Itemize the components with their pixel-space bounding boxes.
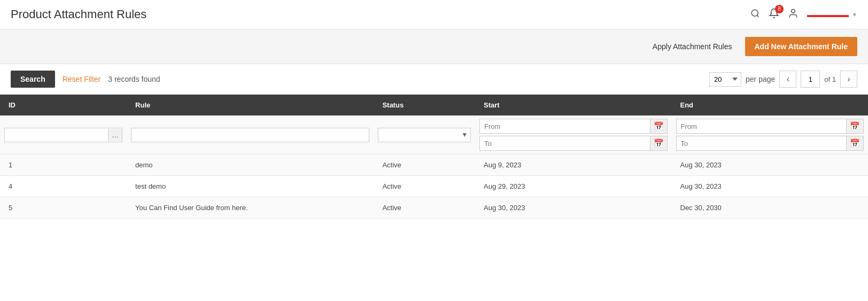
col-header-status: Status [374, 95, 475, 115]
cell-end: Dec 30, 2030 [672, 197, 869, 219]
cell-start: Aug 9, 2023 [475, 155, 671, 176]
records-found-label: 3 records found [108, 75, 160, 83]
cell-end: Aug 30, 2023 [672, 155, 869, 176]
chevron-down-icon: ▼ [852, 12, 857, 18]
filter-cell-id: … [0, 115, 127, 155]
end-from-calendar-icon[interactable]: 📅 [846, 119, 863, 133]
cell-status: Active [374, 176, 475, 197]
table-row[interactable]: 5 You Can Find User Guide from here. Act… [0, 197, 868, 219]
start-from-input[interactable] [480, 120, 649, 133]
user-name-label: ▬▬▬▬▬▬ [807, 11, 849, 19]
id-filter-ellipsis-icon[interactable]: … [108, 129, 122, 141]
table-header-row: ID Rule Status Start End [0, 95, 868, 115]
cell-start: Aug 30, 2023 [475, 197, 671, 219]
filter-cell-start: 📅 📅 [475, 115, 671, 155]
cell-status: Active [374, 155, 475, 176]
table-row[interactable]: 4 test demo Active Aug 29, 2023 Aug 30, … [0, 176, 868, 197]
filter-cell-end: 📅 📅 [672, 115, 869, 155]
notification-badge: 8 [775, 5, 784, 13]
per-page-select[interactable]: 20 50 100 [709, 72, 741, 87]
per-page-label: per page [746, 75, 775, 83]
cell-rule: demo [127, 155, 374, 176]
cell-id: 1 [0, 155, 127, 176]
user-icon-btn[interactable] [788, 8, 799, 21]
filter-cell-status: Active Inactive ▼ [374, 115, 475, 155]
filter-right: 20 50 100 per page ‹ of 1 › [709, 71, 857, 88]
page-number-input[interactable] [801, 71, 820, 88]
start-from-wrap: 📅 [479, 119, 667, 134]
user-icon [788, 8, 799, 19]
cell-start: Aug 29, 2023 [475, 176, 671, 197]
rule-filter-input[interactable] [131, 128, 369, 142]
start-to-calendar-icon[interactable]: 📅 [650, 136, 667, 150]
prev-page-button[interactable]: ‹ [779, 71, 796, 88]
end-from-input[interactable] [677, 120, 847, 133]
cell-rule: You Can Find User Guide from here. [127, 197, 374, 219]
filter-bar: Search Reset Filter 3 records found 20 5… [0, 64, 868, 95]
id-filter-input[interactable] [5, 128, 108, 142]
col-header-start: Start [475, 95, 671, 115]
col-header-end: End [672, 95, 869, 115]
id-filter-wrap: … [4, 128, 122, 142]
start-from-calendar-icon[interactable]: 📅 [650, 119, 667, 133]
end-to-input[interactable] [677, 137, 847, 150]
svg-point-2 [792, 9, 795, 13]
reset-filter-button[interactable]: Reset Filter [63, 75, 101, 83]
next-page-button[interactable]: › [840, 71, 857, 88]
svg-line-1 [757, 15, 759, 17]
status-filter-wrapper: Active Inactive ▼ [378, 128, 471, 142]
data-table-wrap: ID Rule Status Start End … [0, 95, 868, 219]
cell-id: 4 [0, 176, 127, 197]
page-of-label: of 1 [824, 75, 836, 83]
filter-left: Search Reset Filter 3 records found [11, 71, 160, 88]
col-header-rule: Rule [127, 95, 374, 115]
end-from-wrap: 📅 [676, 119, 864, 134]
apply-attachment-rules-button[interactable]: Apply Attachment Rules [646, 38, 739, 55]
search-icon [750, 9, 760, 18]
search-button[interactable]: Search [11, 71, 55, 88]
start-to-input[interactable] [480, 137, 649, 150]
cell-status: Active [374, 197, 475, 219]
notification-icon-btn[interactable]: 8 [769, 8, 779, 21]
end-to-wrap: 📅 [676, 136, 864, 151]
status-filter-select[interactable]: Active Inactive [378, 128, 471, 142]
cell-id: 5 [0, 197, 127, 219]
start-to-wrap: 📅 [479, 136, 667, 151]
cell-end: Aug 30, 2023 [672, 176, 869, 197]
search-icon-btn[interactable] [750, 9, 760, 21]
action-toolbar: Apply Attachment Rules Add New Attachmen… [0, 29, 868, 64]
filter-cell-rule [127, 115, 374, 155]
svg-point-0 [751, 10, 758, 16]
data-table: ID Rule Status Start End … [0, 95, 868, 219]
top-header: Product Attachment Rules 8 ▬▬▬▬▬▬ ▼ [0, 0, 868, 29]
cell-rule: test demo [127, 176, 374, 197]
table-filter-row: … Active Inactive ▼ [0, 115, 868, 155]
add-new-attachment-rule-button[interactable]: Add New Attachment Rule [745, 37, 858, 56]
page-title: Product Attachment Rules [11, 7, 146, 21]
col-header-id: ID [0, 95, 127, 115]
start-date-filter-cell: 📅 📅 [479, 119, 667, 151]
end-to-calendar-icon[interactable]: 📅 [846, 136, 863, 150]
end-date-filter-cell: 📅 📅 [676, 119, 864, 151]
header-icons: 8 ▬▬▬▬▬▬ ▼ [750, 8, 857, 21]
user-dropdown-btn[interactable]: ▬▬▬▬▬▬ ▼ [807, 11, 857, 19]
table-row[interactable]: 1 demo Active Aug 9, 2023 Aug 30, 2023 [0, 155, 868, 176]
